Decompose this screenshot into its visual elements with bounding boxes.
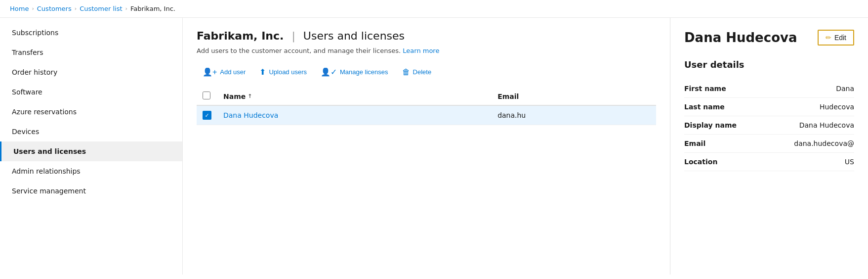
page-header: Fabrikam, Inc. | Users and licenses (197, 30, 656, 42)
user-header: Dana Hudecova ✏ Edit (684, 30, 854, 46)
user-full-name: Dana Hudecova (684, 30, 797, 45)
breadcrumb-customer-list[interactable]: Customer list (80, 5, 122, 12)
add-user-icon: 👤+ (203, 67, 217, 77)
breadcrumb-customers[interactable]: Customers (37, 5, 72, 12)
sidebar-item-label: Users and licenses (13, 147, 86, 155)
detail-row: Last name Hudecova (684, 98, 854, 116)
detail-label: Location (684, 158, 753, 166)
header-divider: | (291, 30, 295, 42)
users-table: Name ↑ Email ✓ Dana Hudecova dana.hu (197, 88, 656, 125)
breadcrumb-sep-1: › (32, 5, 34, 12)
sidebar-item-software[interactable]: Software (0, 82, 182, 102)
col-header-email: Email (492, 88, 656, 105)
sidebar-item-admin-relationships[interactable]: Admin relationships (0, 161, 182, 181)
sidebar-item-azure-reservations[interactable]: Azure reservations (0, 102, 182, 122)
learn-more-link[interactable]: Learn more (403, 47, 439, 54)
upload-users-button[interactable]: ⬆ Upload users (253, 64, 313, 80)
detail-value: Dana Hudecova (753, 121, 854, 129)
sort-icon: ↑ (248, 93, 252, 99)
section-title: Users and licenses (303, 30, 405, 42)
breadcrumb-sep-3: › (125, 5, 127, 12)
detail-value: US (753, 158, 854, 166)
manage-licenses-icon: 👤✓ (321, 67, 337, 77)
sidebar-item-order-history[interactable]: Order history (0, 62, 182, 82)
detail-value: dana.hudecova@ (753, 140, 854, 147)
sidebar: Subscriptions Transfers Order history So… (0, 18, 183, 275)
sidebar-item-subscriptions[interactable]: Subscriptions (0, 23, 182, 43)
sidebar-item-label: Transfers (12, 48, 43, 56)
table-row[interactable]: ✓ Dana Hudecova dana.hu (197, 105, 656, 125)
sidebar-item-label: Order history (12, 68, 57, 76)
main-layout: Subscriptions Transfers Order history So… (0, 18, 868, 275)
sidebar-item-devices[interactable]: Devices (0, 122, 182, 141)
user-details-list: First name Dana Last name Hudecova Displ… (684, 80, 854, 171)
breadcrumb: Home › Customers › Customer list › Fabri… (0, 0, 868, 18)
company-name: Fabrikam, Inc. (197, 30, 284, 42)
detail-value: Dana (753, 85, 854, 93)
sidebar-item-label: Azure reservations (12, 108, 77, 116)
detail-value: Hudecova (753, 103, 854, 111)
detail-label: Email (684, 140, 753, 147)
delete-icon: 🗑 (402, 68, 410, 77)
detail-row: Display name Dana Hudecova (684, 116, 854, 135)
sidebar-item-label: Service management (12, 187, 86, 195)
breadcrumb-current: Fabrikam, Inc. (130, 5, 175, 12)
row-checkbox-checked[interactable]: ✓ (203, 111, 211, 120)
sidebar-item-users-and-licenses[interactable]: Users and licenses (0, 141, 182, 161)
select-all-checkbox[interactable] (203, 92, 210, 99)
sidebar-item-label: Subscriptions (12, 29, 58, 37)
user-details-title: User details (684, 59, 854, 70)
manage-licenses-button[interactable]: 👤✓ Manage licenses (315, 64, 394, 80)
row-checkbox-cell[interactable]: ✓ (197, 105, 217, 125)
detail-label: First name (684, 85, 753, 93)
right-panel: Dana Hudecova ✏ Edit User details First … (670, 18, 868, 275)
breadcrumb-sep-2: › (75, 5, 77, 12)
upload-users-icon: ⬆ (259, 67, 266, 77)
detail-row: First name Dana (684, 80, 854, 98)
sidebar-item-label: Software (12, 88, 42, 96)
row-email-cell: dana.hu (492, 105, 656, 125)
detail-label: Last name (684, 103, 753, 111)
detail-row: Email dana.hudecova@ (684, 135, 854, 153)
delete-button[interactable]: 🗑 Delete (396, 65, 438, 80)
sidebar-item-label: Devices (12, 128, 39, 136)
page-description: Add users to the customer account, and m… (197, 47, 656, 54)
select-all-header[interactable] (197, 88, 217, 105)
sidebar-item-transfers[interactable]: Transfers (0, 43, 182, 62)
content-area: Fabrikam, Inc. | Users and licenses Add … (183, 18, 670, 275)
detail-label: Display name (684, 121, 753, 129)
add-user-button[interactable]: 👤+ Add user (197, 64, 251, 80)
col-header-name[interactable]: Name ↑ (217, 88, 492, 105)
row-name-cell: Dana Hudecova (217, 105, 492, 125)
breadcrumb-home[interactable]: Home (10, 5, 29, 12)
edit-icon: ✏ (826, 34, 831, 42)
row-name-link[interactable]: Dana Hudecova (223, 111, 278, 119)
detail-row: Location US (684, 153, 854, 171)
sidebar-item-service-management[interactable]: Service management (0, 181, 182, 201)
toolbar: 👤+ Add user ⬆ Upload users 👤✓ Manage lic… (197, 64, 656, 80)
edit-button[interactable]: ✏ Edit (818, 30, 854, 46)
sidebar-item-label: Admin relationships (12, 167, 81, 175)
